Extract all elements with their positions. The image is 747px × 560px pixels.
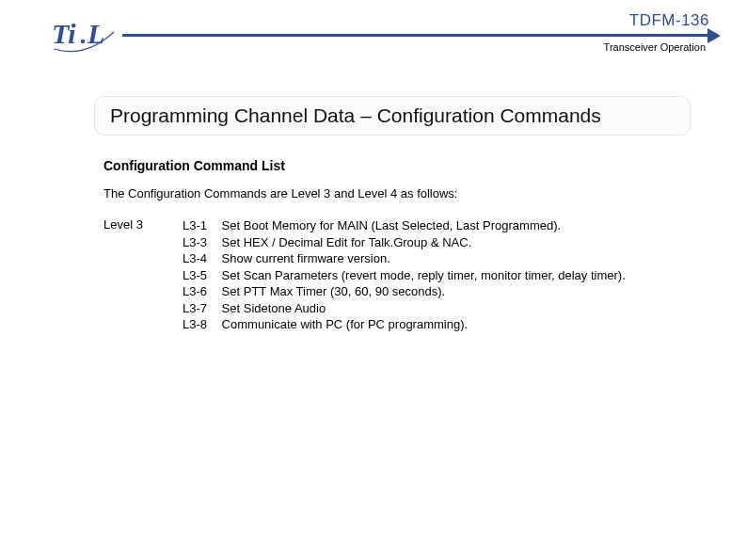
command-row: L3-3 Set HEX / Decimal Edit for Talk.Gro… (183, 234, 626, 251)
page-header: Ti L TDFM-136 Transceiver Operation (0, 0, 747, 66)
brand-logo: Ti L (52, 17, 119, 58)
command-desc: Set Sidetone Audio (218, 301, 326, 315)
command-code: L3-4 (183, 250, 218, 267)
command-desc: Set Boot Memory for MAIN (Last Selected,… (218, 218, 561, 232)
svg-text:L: L (87, 18, 104, 49)
command-code: L3-5 (183, 267, 218, 284)
page-title: Programming Channel Data – Configuration… (94, 96, 691, 136)
command-row: L3-4 Show current firmware version. (183, 250, 626, 267)
command-list: L3-1 Set Boot Memory for MAIN (Last Sele… (183, 217, 626, 333)
command-code: L3-6 (183, 283, 218, 300)
svg-text:Ti: Ti (52, 18, 76, 49)
svg-point-1 (81, 40, 85, 43)
command-row: L3-6 Set PTT Max Timer (30, 60, 90 secon… (183, 283, 626, 300)
intro-text: The Configuration Commands are Level 3 a… (103, 186, 691, 200)
command-desc: Set HEX / Decimal Edit for Talk.Group & … (218, 235, 471, 249)
list-title: Configuration Command List (103, 158, 691, 173)
level-block: Level 3 L3-1 Set Boot Memory for MAIN (L… (103, 217, 691, 333)
command-desc: Set PTT Max Timer (30, 60, 90 seconds). (218, 284, 445, 298)
header-right: TDFM-136 (629, 11, 709, 30)
command-desc: Set Scan Parameters (revert mode, reply … (218, 268, 626, 282)
command-row: L3-5 Set Scan Parameters (revert mode, r… (183, 267, 626, 284)
section-name: Transceiver Operation (604, 41, 706, 53)
header-rule (122, 34, 713, 37)
command-code: L3-8 (183, 316, 218, 333)
command-desc: Communicate with PC (for PC programming)… (218, 317, 468, 331)
command-code: L3-7 (183, 300, 218, 317)
command-row: L3-7 Set Sidetone Audio (183, 300, 626, 317)
level-label: Level 3 (103, 217, 156, 232)
command-code: L3-3 (183, 234, 218, 251)
command-desc: Show current firmware version. (218, 251, 390, 265)
model-number: TDFM-136 (629, 11, 709, 30)
content-area: Configuration Command List The Configura… (103, 158, 691, 333)
command-row: L3-1 Set Boot Memory for MAIN (Last Sele… (183, 217, 626, 234)
command-row: L3-8 Communicate with PC (for PC program… (183, 316, 626, 333)
arrow-right-icon (707, 28, 721, 43)
command-code: L3-1 (183, 217, 218, 234)
